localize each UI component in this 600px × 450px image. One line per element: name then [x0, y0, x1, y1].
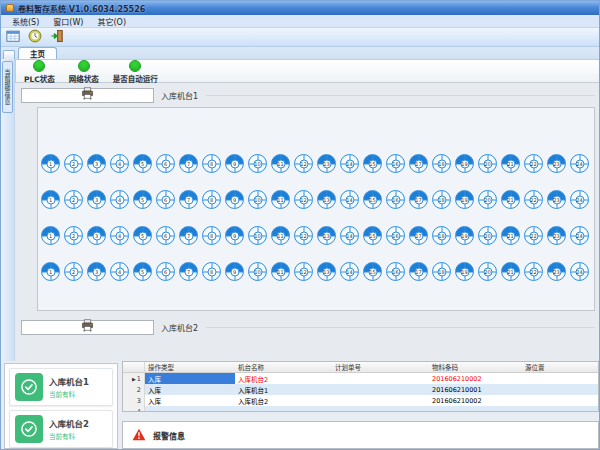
slot-number: 9	[230, 267, 239, 276]
slot-number: 13	[322, 159, 331, 168]
machine-card-1: 入库机台1当前有料	[9, 368, 113, 406]
coil-slot-2-20: 20	[478, 190, 497, 209]
menu-item-3[interactable]: 其它(O)	[90, 16, 133, 27]
slot-number: 10	[253, 231, 262, 240]
row-number: 3	[137, 397, 141, 405]
coil-slot-2-11: 11	[271, 190, 290, 209]
slot-number: 23	[552, 195, 561, 204]
coil-slot-4-22: 22	[524, 262, 543, 281]
cell-operation-type[interactable]: 入库	[145, 373, 235, 384]
column-header-1: 操作类型	[145, 362, 235, 372]
slot-number: 23	[552, 267, 561, 276]
collapsed-panel-tab-stub[interactable]	[3, 50, 15, 59]
column-header-rowselector	[123, 362, 145, 372]
slot-row-1: 123456789101112131415161718192021222324	[41, 154, 591, 173]
coil-slot-3-14: 14	[340, 226, 359, 245]
slot-number: 6	[161, 267, 170, 276]
menu-item-2[interactable]: 窗口(W)	[46, 16, 90, 27]
slot-number: 24	[575, 195, 584, 204]
slot-number: 15	[368, 159, 377, 168]
coil-slot-4-2: 2	[64, 262, 83, 281]
menubar: 系统(S)窗口(W)其它(O)	[1, 15, 600, 28]
slot-number: 20	[483, 159, 492, 168]
slot-number: 1	[46, 231, 55, 240]
slot-number: 17	[414, 195, 423, 204]
coil-slot-2-5: 5	[133, 190, 152, 209]
coil-slot-3-6: 6	[156, 226, 175, 245]
coil-slot-4-19: 19	[455, 262, 474, 281]
exit-button[interactable]	[48, 29, 66, 46]
coil-slot-2-17: 17	[409, 190, 428, 209]
machine-card-status: 当前有料	[49, 431, 89, 441]
slot-number: 17	[414, 159, 423, 168]
cell-plan-number	[332, 384, 429, 395]
slot-number: 1	[46, 267, 55, 276]
cell-plan-number	[332, 406, 429, 412]
slot-number: 19	[460, 267, 469, 276]
machine-card-title: 入库机台1	[49, 375, 89, 387]
slot-number: 1	[46, 195, 55, 204]
table-row-3[interactable]: 3入库入库机台2201606210002	[123, 395, 598, 406]
slot-number: 13	[322, 267, 331, 276]
app-window: 卷料暂存系统 V1.0.6034.25526 系统(S)窗口(W)其它(O) 主…	[0, 0, 600, 450]
slot-number: 7	[184, 159, 193, 168]
table-row-4[interactable]: 4	[123, 406, 598, 412]
coil-slot-2-2: 2	[64, 190, 83, 209]
machine-card-title: 入库机台2	[49, 417, 89, 429]
slot-number: 6	[161, 231, 170, 240]
slot-number: 7	[184, 267, 193, 276]
slot-number: 19	[460, 231, 469, 240]
coil-slot-2-6: 6	[156, 190, 175, 209]
coil-slot-2-24: 24	[570, 190, 589, 209]
status-lamp-icon	[33, 60, 45, 72]
machine-card-text: 入库机台1当前有料	[49, 375, 89, 399]
slot-number: 5	[138, 231, 147, 240]
slot-number: 11	[276, 159, 285, 168]
table-row-1[interactable]: ▶1入库入库机台2201606210002	[123, 373, 598, 384]
coil-slot-1-5: 5	[133, 154, 152, 173]
machine2-label: 入库机台2	[161, 322, 198, 333]
slot-number: 6	[161, 159, 170, 168]
coil-slot-3-18: 18	[432, 226, 451, 245]
coil-slot-3-12: 12	[294, 226, 313, 245]
cell-operation-type[interactable]	[145, 406, 235, 412]
side-tab-alarm-info[interactable]: 当前报警信息	[2, 61, 13, 113]
coil-slot-2-21: 21	[501, 190, 520, 209]
coil-slot-4-13: 13	[317, 262, 336, 281]
menu-item-1[interactable]: 系统(S)	[5, 16, 46, 27]
calendar-button[interactable]	[4, 29, 22, 46]
coil-slot-3-24: 24	[570, 226, 589, 245]
machine-status-cards-panel: 入库机台1当前有料入库机台2当前有料	[4, 363, 118, 449]
cell-machine-name	[235, 406, 332, 412]
slot-number: 16	[391, 231, 400, 240]
slot-number: 3	[92, 159, 101, 168]
coil-slot-1-24: 24	[570, 154, 589, 173]
tab-home[interactable]: 主页	[18, 47, 57, 59]
cell-operation-type[interactable]: 入库	[145, 395, 235, 406]
machine1-label: 入库机台1	[161, 90, 198, 101]
slot-row-3: 123456789101112131415161718192021222324	[41, 226, 591, 245]
slot-number: 2	[69, 159, 78, 168]
print-button-machine1[interactable]	[21, 88, 154, 103]
row-number: 4	[137, 408, 141, 413]
cell-material-barcode: 201606210002	[429, 395, 522, 406]
cell-source-location	[522, 406, 598, 412]
column-header-3: 计划单号	[332, 362, 429, 372]
toolbar	[1, 28, 600, 47]
coil-slot-2-22: 22	[524, 190, 543, 209]
slot-number: 2	[69, 267, 78, 276]
print-button-machine2[interactable]	[21, 320, 154, 335]
coil-slot-3-13: 13	[317, 226, 336, 245]
coil-slot-3-3: 3	[87, 226, 106, 245]
coil-slot-1-8: 8	[202, 154, 221, 173]
clock-button[interactable]	[26, 29, 44, 46]
row-header: 4	[123, 406, 145, 412]
table-row-2[interactable]: 2入库入库机台1201606210001	[123, 384, 598, 395]
slot-number: 5	[138, 267, 147, 276]
cell-operation-type[interactable]: 入库	[145, 384, 235, 395]
coil-slot-4-11: 11	[271, 262, 290, 281]
machine-card-text: 入库机台2当前有料	[49, 417, 89, 441]
coil-slot-4-4: 4	[110, 262, 129, 281]
coil-slot-3-15: 15	[363, 226, 382, 245]
coil-slot-2-23: 23	[547, 190, 566, 209]
